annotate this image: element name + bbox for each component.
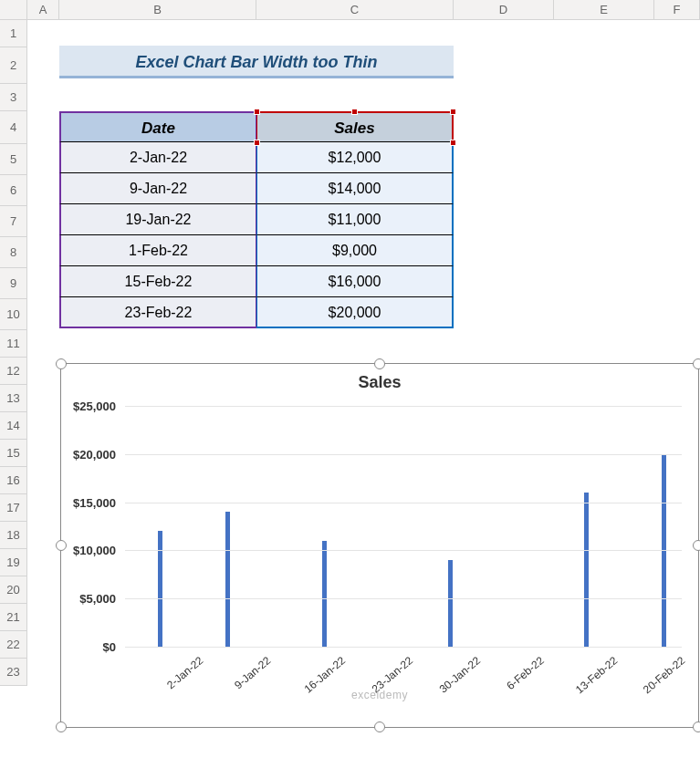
x-tick-label: 9-Jan-22 <box>232 654 273 691</box>
cell-date[interactable]: 1-Feb-22 <box>59 235 256 266</box>
resize-handle-icon[interactable] <box>693 540 700 551</box>
bar[interactable] <box>158 531 162 647</box>
y-tick-label: $0 <box>103 640 116 654</box>
gridline <box>125 647 682 648</box>
gridline <box>125 454 682 455</box>
col-header-D[interactable]: D <box>454 0 554 19</box>
row-header-18[interactable]: 18 <box>0 522 27 549</box>
selection-handle-icon[interactable] <box>254 109 260 115</box>
col-header-C[interactable]: C <box>256 0 454 19</box>
resize-handle-icon[interactable] <box>693 721 700 732</box>
header-sales[interactable]: Sales <box>256 111 454 142</box>
watermark: exceldemy <box>351 689 408 701</box>
x-tick-label: 16-Jan-22 <box>301 654 347 695</box>
gridline <box>125 550 682 551</box>
resize-handle-icon[interactable] <box>56 358 67 369</box>
y-axis: $0$5,000$10,000$15,000$20,000$25,000 <box>61 406 121 647</box>
row-header-11[interactable]: 11 <box>0 330 27 358</box>
row-header-5[interactable]: 5 <box>0 144 27 175</box>
table-row: 19-Jan-22$11,000 <box>59 204 454 235</box>
cell-sales[interactable]: $9,000 <box>256 235 454 266</box>
plot-area[interactable] <box>125 406 682 647</box>
row-header-3[interactable]: 3 <box>0 84 27 111</box>
bar[interactable] <box>225 512 230 647</box>
selection-handle-icon[interactable] <box>254 140 260 146</box>
x-axis: 2-Jan-229-Jan-2216-Jan-2223-Jan-2230-Jan… <box>125 650 682 723</box>
row-header-7[interactable]: 7 <box>0 206 27 237</box>
x-tick-label: 6-Feb-22 <box>504 654 546 692</box>
row-header-8[interactable]: 8 <box>0 237 27 268</box>
resize-handle-icon[interactable] <box>374 358 385 369</box>
table-row: 2-Jan-22$12,000 <box>59 142 454 173</box>
row-header-22[interactable]: 22 <box>0 631 27 659</box>
cell-date[interactable]: 2-Jan-22 <box>59 142 256 173</box>
cell-date[interactable]: 19-Jan-22 <box>59 204 256 235</box>
row-header-2[interactable]: 2 <box>0 47 27 84</box>
row-header-1[interactable]: 1 <box>0 20 27 47</box>
bar[interactable] <box>584 493 589 647</box>
gridline <box>125 598 682 599</box>
bar[interactable] <box>448 560 453 647</box>
gridline <box>125 503 682 503</box>
y-tick-label: $25,000 <box>73 400 116 413</box>
table-header-row: Date Sales <box>59 111 454 142</box>
y-tick-label: $15,000 <box>73 495 116 509</box>
page-title: Excel Chart Bar Width too Thin <box>59 46 454 78</box>
row-header-19[interactable]: 19 <box>0 549 27 576</box>
row-headers-col: 1234567891011121314151617181920212223 <box>0 20 27 686</box>
spreadsheet: A B C D E F 1234567891011121314151617181… <box>0 0 700 768</box>
cell-sales[interactable]: $11,000 <box>256 204 454 235</box>
table-row: 23-Feb-22$20,000 <box>59 297 454 328</box>
resize-handle-icon[interactable] <box>56 721 67 732</box>
row-header-23[interactable]: 23 <box>0 659 27 686</box>
y-tick-label: $20,000 <box>73 447 116 461</box>
select-all-corner[interactable] <box>0 0 27 19</box>
row-header-9[interactable]: 9 <box>0 268 27 299</box>
resize-handle-icon[interactable] <box>56 540 67 551</box>
row-header-16[interactable]: 16 <box>0 467 27 494</box>
cell-sales[interactable]: $12,000 <box>256 142 454 173</box>
row-header-21[interactable]: 21 <box>0 604 27 631</box>
col-header-F[interactable]: F <box>654 0 700 19</box>
col-header-B[interactable]: B <box>59 0 256 19</box>
x-tick-label: 30-Jan-22 <box>437 654 483 695</box>
bar[interactable] <box>322 541 327 647</box>
row-header-17[interactable]: 17 <box>0 494 27 522</box>
table-row: 1-Feb-22$9,000 <box>59 235 454 266</box>
row-header-15[interactable]: 15 <box>0 440 27 467</box>
row-header-10[interactable]: 10 <box>0 299 27 330</box>
col-header-E[interactable]: E <box>554 0 654 19</box>
row-header-4[interactable]: 4 <box>0 111 27 144</box>
cell-date[interactable]: 9-Jan-22 <box>59 173 256 204</box>
row-header-6[interactable]: 6 <box>0 175 27 206</box>
x-tick-label: 13-Feb-22 <box>573 654 620 696</box>
x-tick-label: 20-Feb-22 <box>641 654 687 696</box>
row-header-13[interactable]: 13 <box>0 385 27 412</box>
resize-handle-icon[interactable] <box>374 721 385 732</box>
row-header-20[interactable]: 20 <box>0 576 27 604</box>
cell-sales[interactable]: $14,000 <box>256 173 454 204</box>
gridline <box>125 406 682 407</box>
cell-date[interactable]: 23-Feb-22 <box>59 297 256 328</box>
table-row: 9-Jan-22$14,000 <box>59 173 454 204</box>
bar-series[interactable] <box>125 406 682 647</box>
y-tick-label: $5,000 <box>79 592 116 606</box>
cell-sales[interactable]: $20,000 <box>256 297 454 328</box>
cell-date[interactable]: 15-Feb-22 <box>59 266 256 297</box>
resize-handle-icon[interactable] <box>693 358 700 369</box>
selection-handle-icon[interactable] <box>351 109 358 115</box>
x-tick-label: 2-Jan-22 <box>164 654 205 691</box>
chart-object[interactable]: Sales $0$5,000$10,000$15,000$20,000$25,0… <box>60 363 699 728</box>
row-header-14[interactable]: 14 <box>0 412 27 440</box>
selection-handle-icon[interactable] <box>450 109 456 115</box>
column-headers-row: A B C D E F <box>0 0 700 20</box>
selection-handle-icon[interactable] <box>450 140 456 146</box>
table-row: 15-Feb-22$16,000 <box>59 266 454 297</box>
row-header-12[interactable]: 12 <box>0 358 27 385</box>
cell-sales[interactable]: $16,000 <box>256 266 454 297</box>
y-tick-label: $10,000 <box>73 544 116 557</box>
header-date[interactable]: Date <box>59 111 256 142</box>
col-header-A[interactable]: A <box>27 0 59 19</box>
